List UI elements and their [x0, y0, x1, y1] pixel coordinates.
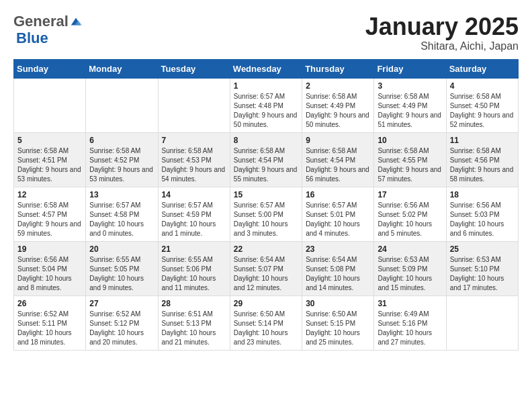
logo: General Blue: [13, 13, 82, 47]
day-number: 18: [450, 190, 515, 199]
header-day-friday: Friday: [374, 59, 446, 78]
day-info: Sunrise: 6:50 AM Sunset: 5:15 PM Dayligh…: [306, 310, 370, 347]
day-cell: 2Sunrise: 6:58 AM Sunset: 4:49 PM Daylig…: [302, 78, 374, 132]
day-number: 19: [17, 244, 82, 254]
header-row: SundayMondayTuesdayWednesdayThursdayFrid…: [14, 59, 519, 78]
day-number: 6: [89, 136, 154, 145]
day-info: Sunrise: 6:49 AM Sunset: 5:16 PM Dayligh…: [378, 310, 442, 347]
day-info: Sunrise: 6:56 AM Sunset: 5:02 PM Dayligh…: [378, 201, 442, 238]
day-cell: 20Sunrise: 6:55 AM Sunset: 5:05 PM Dayli…: [86, 241, 158, 295]
day-number: 8: [234, 136, 298, 145]
day-number: 14: [162, 190, 226, 199]
day-number: 7: [162, 136, 226, 145]
day-cell: 24Sunrise: 6:53 AM Sunset: 5:09 PM Dayli…: [374, 241, 446, 295]
day-number: 28: [162, 299, 226, 308]
day-info: Sunrise: 6:57 AM Sunset: 5:00 PM Dayligh…: [234, 201, 298, 238]
day-cell: 26Sunrise: 6:52 AM Sunset: 5:11 PM Dayli…: [14, 295, 86, 350]
day-info: Sunrise: 6:58 AM Sunset: 4:56 PM Dayligh…: [450, 146, 515, 184]
day-info: Sunrise: 6:58 AM Sunset: 4:50 PM Dayligh…: [450, 92, 515, 130]
day-info: Sunrise: 6:52 AM Sunset: 5:12 PM Dayligh…: [89, 310, 154, 347]
day-info: Sunrise: 6:58 AM Sunset: 4:51 PM Dayligh…: [17, 146, 82, 184]
day-info: Sunrise: 6:58 AM Sunset: 4:53 PM Dayligh…: [162, 146, 226, 184]
day-cell: 28Sunrise: 6:51 AM Sunset: 5:13 PM Dayli…: [158, 295, 230, 350]
day-info: Sunrise: 6:54 AM Sunset: 5:07 PM Dayligh…: [234, 255, 298, 293]
day-number: 12: [17, 190, 82, 199]
day-cell: 18Sunrise: 6:56 AM Sunset: 5:03 PM Dayli…: [446, 187, 518, 241]
day-info: Sunrise: 6:53 AM Sunset: 5:09 PM Dayligh…: [378, 255, 442, 293]
day-cell: 4Sunrise: 6:58 AM Sunset: 4:50 PM Daylig…: [446, 78, 518, 132]
header-day-sunday: Sunday: [14, 59, 86, 78]
header-day-tuesday: Tuesday: [158, 59, 230, 78]
day-cell: 30Sunrise: 6:50 AM Sunset: 5:15 PM Dayli…: [302, 295, 374, 350]
week-row-3: 12Sunrise: 6:58 AM Sunset: 4:57 PM Dayli…: [14, 187, 519, 241]
day-cell: 11Sunrise: 6:58 AM Sunset: 4:56 PM Dayli…: [446, 132, 518, 187]
day-cell: 16Sunrise: 6:57 AM Sunset: 5:01 PM Dayli…: [302, 187, 374, 241]
day-cell: 14Sunrise: 6:57 AM Sunset: 4:59 PM Dayli…: [158, 187, 230, 241]
header-day-saturday: Saturday: [446, 59, 518, 78]
day-cell: 10Sunrise: 6:58 AM Sunset: 4:55 PM Dayli…: [374, 132, 446, 187]
day-info: Sunrise: 6:51 AM Sunset: 5:13 PM Dayligh…: [162, 310, 226, 347]
day-info: Sunrise: 6:55 AM Sunset: 5:06 PM Dayligh…: [162, 255, 226, 293]
header: General Blue January 2025 Shitara, Aichi…: [13, 13, 519, 52]
logo-icon: [70, 15, 82, 28]
day-cell: 12Sunrise: 6:58 AM Sunset: 4:57 PM Dayli…: [14, 187, 86, 241]
day-info: Sunrise: 6:57 AM Sunset: 4:48 PM Dayligh…: [234, 92, 298, 130]
day-info: Sunrise: 6:53 AM Sunset: 5:10 PM Dayligh…: [450, 255, 515, 293]
day-cell: 6Sunrise: 6:58 AM Sunset: 4:52 PM Daylig…: [86, 132, 158, 187]
header-day-thursday: Thursday: [302, 59, 374, 78]
header-day-monday: Monday: [86, 59, 158, 78]
day-info: Sunrise: 6:55 AM Sunset: 5:05 PM Dayligh…: [89, 255, 154, 293]
day-number: 17: [378, 190, 442, 199]
day-number: 1: [234, 81, 298, 91]
day-cell: 19Sunrise: 6:56 AM Sunset: 5:04 PM Dayli…: [14, 241, 86, 295]
week-row-4: 19Sunrise: 6:56 AM Sunset: 5:04 PM Dayli…: [14, 241, 519, 295]
day-info: Sunrise: 6:58 AM Sunset: 4:57 PM Dayligh…: [17, 201, 82, 238]
day-cell: 15Sunrise: 6:57 AM Sunset: 5:00 PM Dayli…: [230, 187, 302, 241]
calendar-title: January 2025: [365, 13, 519, 40]
day-number: 20: [89, 244, 154, 254]
day-cell: 1Sunrise: 6:57 AM Sunset: 4:48 PM Daylig…: [230, 78, 302, 132]
day-info: Sunrise: 6:56 AM Sunset: 5:04 PM Dayligh…: [17, 255, 82, 293]
day-number: 29: [234, 299, 298, 308]
day-number: 31: [378, 299, 442, 308]
day-cell: 13Sunrise: 6:57 AM Sunset: 4:58 PM Dayli…: [86, 187, 158, 241]
day-cell: 23Sunrise: 6:54 AM Sunset: 5:08 PM Dayli…: [302, 241, 374, 295]
day-number: 13: [89, 190, 154, 199]
day-cell: 9Sunrise: 6:58 AM Sunset: 4:54 PM Daylig…: [302, 132, 374, 187]
day-cell: [158, 78, 230, 132]
day-info: Sunrise: 6:58 AM Sunset: 4:49 PM Dayligh…: [378, 92, 442, 130]
day-cell: [86, 78, 158, 132]
logo-blue-text: Blue: [16, 30, 48, 47]
day-number: 26: [17, 299, 82, 308]
day-number: 5: [17, 136, 82, 145]
day-number: 16: [306, 190, 370, 199]
day-info: Sunrise: 6:58 AM Sunset: 4:55 PM Dayligh…: [378, 146, 442, 184]
day-info: Sunrise: 6:56 AM Sunset: 5:03 PM Dayligh…: [450, 201, 515, 238]
week-row-2: 5Sunrise: 6:58 AM Sunset: 4:51 PM Daylig…: [14, 132, 519, 187]
day-number: 11: [450, 136, 515, 145]
day-info: Sunrise: 6:57 AM Sunset: 4:59 PM Dayligh…: [162, 201, 226, 238]
day-info: Sunrise: 6:58 AM Sunset: 4:49 PM Dayligh…: [306, 92, 370, 130]
title-section: January 2025 Shitara, Aichi, Japan: [365, 13, 519, 52]
day-cell: 7Sunrise: 6:58 AM Sunset: 4:53 PM Daylig…: [158, 132, 230, 187]
week-row-1: 1Sunrise: 6:57 AM Sunset: 4:48 PM Daylig…: [14, 78, 519, 132]
day-number: 21: [162, 244, 226, 254]
day-info: Sunrise: 6:54 AM Sunset: 5:08 PM Dayligh…: [306, 255, 370, 293]
day-cell: 31Sunrise: 6:49 AM Sunset: 5:16 PM Dayli…: [374, 295, 446, 350]
day-number: 24: [378, 244, 442, 254]
calendar-subtitle: Shitara, Aichi, Japan: [365, 40, 519, 52]
header-day-wednesday: Wednesday: [230, 59, 302, 78]
day-cell: 25Sunrise: 6:53 AM Sunset: 5:10 PM Dayli…: [446, 241, 518, 295]
day-cell: 8Sunrise: 6:58 AM Sunset: 4:54 PM Daylig…: [230, 132, 302, 187]
day-info: Sunrise: 6:57 AM Sunset: 4:58 PM Dayligh…: [89, 201, 154, 238]
logo-text: General: [13, 13, 82, 30]
day-cell: 29Sunrise: 6:50 AM Sunset: 5:14 PM Dayli…: [230, 295, 302, 350]
day-number: 22: [234, 244, 298, 254]
calendar-table: SundayMondayTuesdayWednesdayThursdayFrid…: [13, 59, 519, 351]
day-number: 23: [306, 244, 370, 254]
day-info: Sunrise: 6:57 AM Sunset: 5:01 PM Dayligh…: [306, 201, 370, 238]
day-cell: [14, 78, 86, 132]
week-row-5: 26Sunrise: 6:52 AM Sunset: 5:11 PM Dayli…: [14, 295, 519, 350]
logo-general: General: [13, 13, 69, 30]
day-number: 27: [89, 299, 154, 308]
